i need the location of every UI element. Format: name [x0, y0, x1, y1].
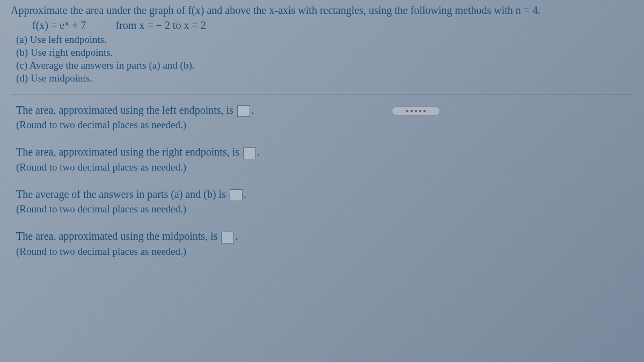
answer-right-text: The area, approximated using the right e…: [16, 146, 633, 159]
function-expression: f(x) = eˣ + 7: [32, 19, 86, 31]
option-b: (b) Use right endpoints.: [11, 47, 633, 58]
answer-average-after: .: [244, 188, 246, 200]
answer-right-section: The area, approximated using the right e…: [11, 146, 633, 173]
answer-midpoints-round: (Round to two decimal places as needed.): [16, 246, 633, 257]
answer-right-before: The area, approximated using the right e…: [16, 146, 242, 158]
page-indicator[interactable]: [392, 106, 440, 116]
answer-left-input[interactable]: [237, 105, 250, 117]
answer-average-before: The average of the answers in parts (a) …: [16, 188, 229, 200]
option-a: (a) Use left endpoints.: [11, 34, 633, 46]
problem-statement: Approximate the area under the graph of …: [11, 4, 633, 17]
answer-midpoints-input[interactable]: [221, 232, 234, 243]
problem-container: Approximate the area under the graph of …: [0, 0, 644, 277]
answer-average-section: The average of the answers in parts (a) …: [11, 188, 633, 215]
answer-left-round: (Round to two decimal places as needed.): [16, 119, 633, 131]
answer-midpoints-before: The area, approximated using the midpoin…: [16, 230, 220, 242]
answer-average-text: The average of the answers in parts (a) …: [16, 188, 633, 201]
answer-right-after: .: [257, 146, 260, 158]
answer-average-round: (Round to two decimal places as needed.): [16, 203, 633, 215]
option-c: (c) Average the answers in parts (a) and…: [11, 60, 633, 71]
answer-midpoints-section: The area, approximated using the midpoin…: [11, 230, 633, 257]
answer-right-round: (Round to two decimal places as needed.): [16, 161, 633, 173]
answer-left-text: The area, approximated using the left en…: [16, 104, 633, 117]
option-d: (d) Use midpoints.: [11, 72, 633, 84]
answer-left-before: The area, approximated using the left en…: [16, 104, 236, 116]
divider: [11, 94, 633, 94]
answer-midpoints-after: .: [235, 230, 238, 242]
answer-left-after: .: [251, 104, 254, 116]
answer-right-input[interactable]: [243, 147, 256, 159]
answer-midpoints-text: The area, approximated using the midpoin…: [16, 230, 633, 243]
interval-text: from x = − 2 to x = 2: [89, 19, 206, 31]
function-line: f(x) = eˣ + 7 from x = − 2 to x = 2: [11, 19, 633, 32]
answer-average-input[interactable]: [230, 189, 243, 201]
answer-left-section: The area, approximated using the left en…: [11, 104, 633, 131]
